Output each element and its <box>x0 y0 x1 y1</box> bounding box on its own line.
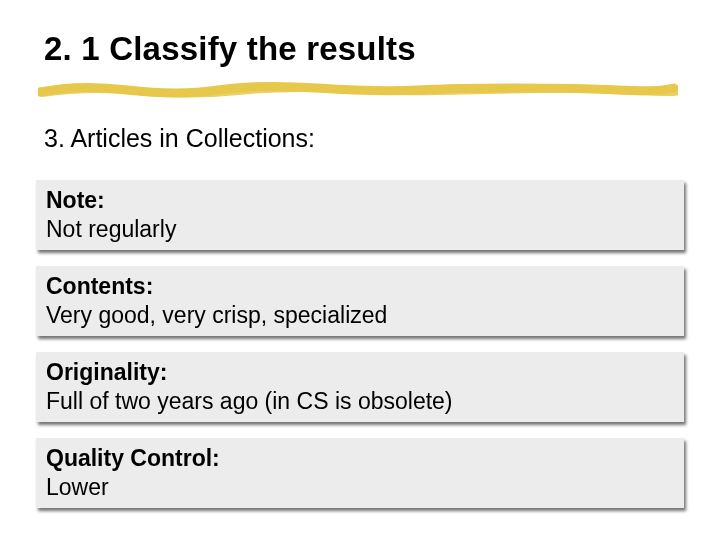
info-block-quality-control: Quality Control: Lower <box>36 438 684 508</box>
title-underline-icon <box>38 78 678 100</box>
slide-title: 2. 1 Classify the results <box>44 30 416 68</box>
slide: 2. 1 Classify the results 3. Articles in… <box>0 0 720 540</box>
block-label: Contents: <box>46 272 674 301</box>
info-block-originality: Originality: Full of two years ago (in C… <box>36 352 684 422</box>
block-body: Very good, very crisp, specialized <box>46 301 674 330</box>
block-label: Originality: <box>46 358 674 387</box>
info-block-note: Note: Not regularly <box>36 180 684 250</box>
block-body: Lower <box>46 473 674 502</box>
block-body: Not regularly <box>46 215 674 244</box>
block-label: Note: <box>46 186 674 215</box>
slide-subheading: 3. Articles in Collections: <box>44 124 315 153</box>
block-body: Full of two years ago (in CS is obsolete… <box>46 387 674 416</box>
block-label: Quality Control: <box>46 444 674 473</box>
info-block-contents: Contents: Very good, very crisp, special… <box>36 266 684 336</box>
